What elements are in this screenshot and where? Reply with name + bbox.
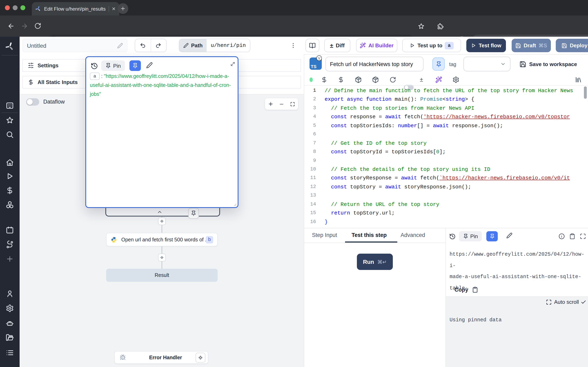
star-icon[interactable]	[6, 116, 14, 124]
step-title-input[interactable]: Fetch url of HackerNews top story	[325, 57, 424, 71]
code-line[interactable]: // Return the URL of the top story	[325, 200, 588, 209]
result-node[interactable]: Result	[106, 269, 218, 282]
run-button[interactable]: Run ⌘↵	[357, 254, 393, 270]
reload-icon[interactable]	[34, 22, 41, 29]
result-pin-toggle-button[interactable]: Pin	[459, 231, 482, 242]
settings-gear-icon[interactable]	[6, 304, 14, 312]
history-icon[interactable]	[449, 233, 456, 240]
copy-result-clipboard-icon[interactable]	[569, 233, 575, 239]
input-pin-badge[interactable]	[188, 208, 199, 218]
flow-name-input[interactable]: Untitled	[22, 39, 127, 52]
create-plus-icon[interactable]	[6, 255, 14, 263]
code-line[interactable]	[325, 156, 588, 165]
code-line[interactable]	[325, 130, 588, 139]
tab-test-this-step[interactable]: Test this step	[352, 232, 387, 238]
browser-tab[interactable]: Edit Flow u/henri/pin_results	[32, 2, 119, 16]
resources-dollar-icon[interactable]	[338, 76, 344, 83]
code-line[interactable]: const topStoryId = topStoriesIds[0];	[325, 148, 588, 156]
home-icon[interactable]	[6, 159, 14, 167]
edit-pin-pencil-icon[interactable]	[146, 62, 153, 68]
resources-cubes-icon[interactable]	[6, 201, 14, 209]
reload-script-icon[interactable]	[389, 76, 396, 83]
add-step-button[interactable]	[158, 254, 166, 261]
redo-icon[interactable]	[151, 42, 166, 49]
more-options-kebab-icon[interactable]	[290, 41, 296, 50]
code-line[interactable]: }	[325, 217, 588, 226]
schedules-calendar-icon[interactable]	[6, 226, 14, 234]
add-error-handler-button[interactable]	[196, 353, 205, 363]
code-lines[interactable]: // Define the main function to fetch the…	[325, 86, 588, 227]
history-icon[interactable]	[91, 62, 98, 70]
code-line[interactable]: const topStory = await storyResponse.jso…	[325, 183, 588, 192]
deploy-button[interactable]: Deploy	[556, 39, 588, 52]
code-line[interactable]: // Define the main function to fetch the…	[325, 86, 588, 95]
error-handler-node[interactable]: Error Handler	[114, 351, 208, 364]
path-group[interactable]: Path u/henri/pin	[179, 39, 250, 52]
step-pin-button[interactable]	[432, 58, 445, 71]
ai-builder-button[interactable]: AI Builder	[356, 39, 397, 52]
runs-play-icon[interactable]	[6, 172, 14, 180]
back-icon[interactable]	[7, 22, 15, 30]
code-line[interactable]: // Fetch the details of the top story us…	[325, 165, 588, 174]
chevron-up-icon[interactable]	[157, 209, 163, 215]
pin-active-button[interactable]	[130, 60, 141, 71]
tab-advanced[interactable]: Advanced	[401, 232, 425, 238]
folders-icon[interactable]	[6, 334, 14, 342]
library-icon[interactable]	[575, 76, 582, 83]
expand-popup-icon[interactable]	[230, 61, 236, 67]
tab-close-icon[interactable]	[112, 7, 116, 11]
search-icon[interactable]	[6, 131, 14, 139]
result-pin-active-button[interactable]	[486, 231, 498, 242]
test-flow-button[interactable]: Test flow	[466, 39, 506, 52]
new-tab-button[interactable]	[118, 3, 128, 14]
code-line[interactable]: return topStory.url;	[325, 209, 588, 217]
info-icon[interactable]	[559, 233, 565, 239]
code-line[interactable]	[325, 192, 588, 200]
step-b-node[interactable]: Open url and fetch first 500 words of ..…	[106, 233, 218, 246]
extensions-icon[interactable]	[437, 23, 443, 30]
package-icon[interactable]	[372, 76, 379, 83]
forward-icon[interactable]	[21, 22, 28, 30]
windmill-logo[interactable]	[5, 42, 15, 51]
code-line[interactable]: // Fetch the top stories from Hacker New…	[325, 104, 588, 113]
undo-icon[interactable]	[135, 42, 150, 49]
save-to-workspace-button[interactable]: Save to workspace	[529, 61, 577, 67]
fit-view-icon[interactable]	[290, 101, 295, 107]
code-line[interactable]: const storyResponse = await fetch(`https…	[325, 174, 588, 183]
bookmark-star-icon[interactable]	[418, 23, 425, 30]
code-line[interactable]: // Get the ID of the top story	[325, 139, 588, 148]
resize-handle[interactable]	[233, 202, 237, 206]
window-zoom-button[interactable]	[20, 5, 25, 10]
tag-select[interactable]	[463, 57, 510, 71]
code-line[interactable]: const topStoriesIds: number[] = await re…	[325, 122, 588, 130]
editor-scrollbar[interactable]	[584, 86, 587, 99]
copy-clipboard-icon[interactable]	[472, 287, 478, 293]
add-step-button[interactable]	[158, 217, 166, 225]
edit-pin-pencil-icon[interactable]	[506, 233, 512, 239]
copy-button[interactable]: Copy	[454, 287, 468, 293]
auto-scroll-check-icon[interactable]	[581, 299, 586, 305]
docs-button[interactable]	[305, 39, 319, 52]
variables-dollar-icon[interactable]	[6, 186, 14, 194]
draft-button[interactable]: Draft ⌘S	[512, 39, 551, 52]
editor-settings-gear-icon[interactable]	[452, 76, 459, 83]
flows-route-icon[interactable]	[6, 241, 14, 249]
package-icon[interactable]	[355, 76, 362, 83]
apps-icon[interactable]	[6, 101, 14, 110]
logs-list-icon[interactable]	[6, 349, 14, 357]
expand-result-icon[interactable]	[580, 233, 586, 239]
dataflow-toggle[interactable]	[26, 98, 39, 106]
variables-dollar-icon[interactable]	[321, 76, 328, 83]
ai-wand-icon[interactable]	[435, 76, 442, 83]
expand-log-icon[interactable]	[546, 299, 552, 305]
zoom-out-icon[interactable]	[279, 101, 285, 107]
code-line[interactable]: export async function main(): Promise<st…	[325, 95, 588, 104]
edit-name-pencil-icon[interactable]	[117, 43, 123, 48]
zoom-in-icon[interactable]	[268, 101, 274, 107]
tab-step-input[interactable]: Step Input	[312, 232, 337, 238]
window-minimize-button[interactable]	[13, 5, 17, 10]
workers-robot-icon[interactable]	[6, 319, 14, 327]
window-close-button[interactable]	[5, 5, 10, 10]
diff-plusminus-icon[interactable]: ±	[420, 76, 423, 83]
user-icon[interactable]	[6, 290, 14, 298]
